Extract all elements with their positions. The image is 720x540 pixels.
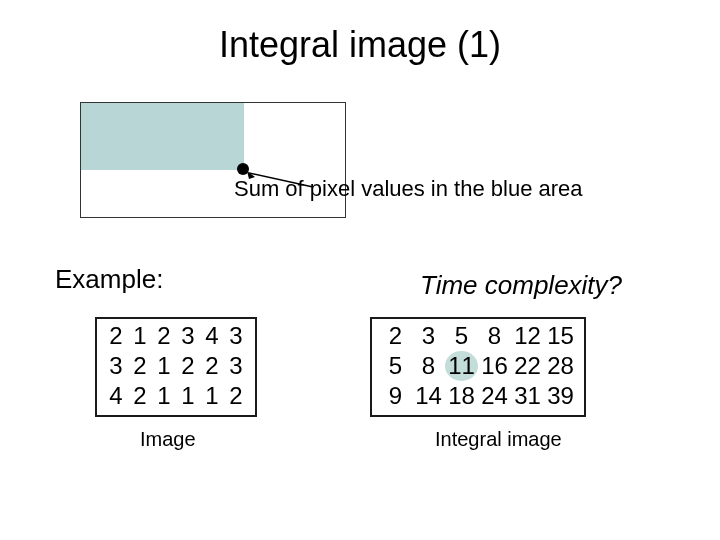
image-cell: 3 (176, 321, 200, 351)
slide-title: Integral image (1) (0, 0, 720, 66)
integral-cell: 8 (478, 321, 511, 351)
image-cell: 3 (104, 351, 128, 381)
integral-cell: 14 (412, 381, 445, 411)
integral-cell: 5 (445, 321, 478, 351)
integral-cell: 22 (511, 351, 544, 381)
integral-cell: 16 (478, 351, 511, 381)
integral-caption: Integral image (435, 428, 562, 451)
blue-region (81, 103, 244, 170)
integral-cell: 8 (412, 351, 445, 381)
integral-cell: 3 (412, 321, 445, 351)
integral-cell: 28 (544, 351, 577, 381)
image-cell: 4 (104, 381, 128, 411)
image-cell: 1 (128, 321, 152, 351)
integral-cell: 12 (511, 321, 544, 351)
integral-cell: 15 (544, 321, 577, 351)
image-caption: Image (140, 428, 196, 451)
integral-cell: 24 (478, 381, 511, 411)
time-complexity-question: Time complexity? (420, 270, 622, 301)
image-cell: 1 (152, 351, 176, 381)
image-cell: 2 (200, 351, 224, 381)
image-cell: 4 (200, 321, 224, 351)
image-cell: 1 (176, 381, 200, 411)
sum-description: Sum of pixel values in the blue area (234, 176, 583, 202)
image-cell: 2 (104, 321, 128, 351)
integral-cell: 5 (379, 351, 412, 381)
image-cell: 2 (128, 381, 152, 411)
image-cell: 3 (224, 321, 248, 351)
integral-cell: 11 (445, 351, 478, 381)
integral-cell: 18 (445, 381, 478, 411)
image-cell: 2 (128, 351, 152, 381)
integral-cell: 9 (379, 381, 412, 411)
image-cell: 2 (152, 321, 176, 351)
image-cell: 2 (224, 381, 248, 411)
example-heading: Example: (55, 264, 163, 295)
integral-image-table: 23581215581116222891418243139 (370, 317, 586, 417)
source-image-table: 212343321223421112 (95, 317, 257, 417)
image-cell: 1 (200, 381, 224, 411)
image-cell: 3 (224, 351, 248, 381)
image-cell: 2 (176, 351, 200, 381)
image-cell: 1 (152, 381, 176, 411)
integral-cell: 2 (379, 321, 412, 351)
integral-cell: 31 (511, 381, 544, 411)
integral-cell: 39 (544, 381, 577, 411)
